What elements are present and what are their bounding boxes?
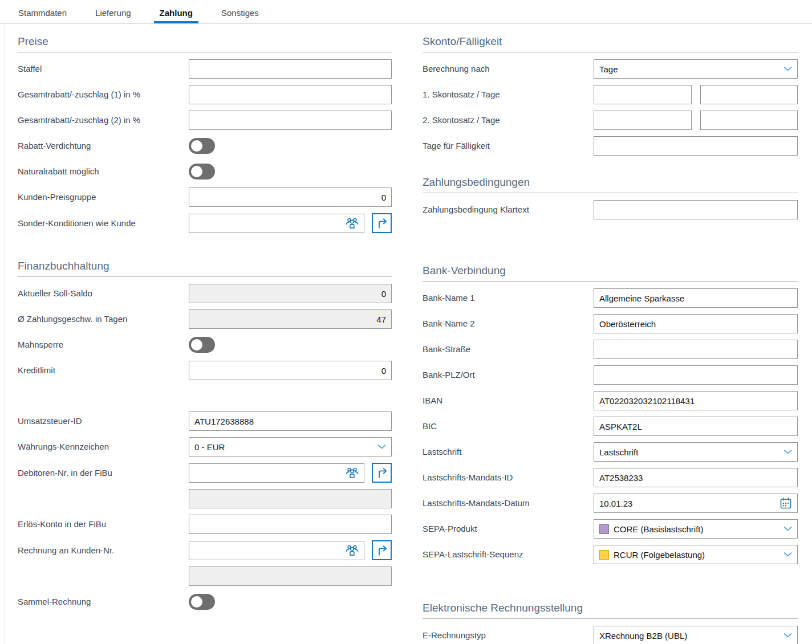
calendar-icon[interactable] xyxy=(779,496,793,510)
erechnungstyp-value: XRechnung B2B (UBL) xyxy=(599,631,687,641)
umsatzsteuer-id-input[interactable] xyxy=(189,411,392,431)
chevron-down-icon xyxy=(783,552,792,557)
row-gesamtrabatt-1: Gesamtrabatt/-zuschlag (1) in % xyxy=(18,85,392,104)
tab-sonstiges[interactable]: Sonstiges xyxy=(220,3,260,23)
mandats-datum-input[interactable] xyxy=(594,494,798,513)
sammel-rechnung-toggle[interactable] xyxy=(189,594,215,610)
erechnungstyp-label: E-Rechnungstyp xyxy=(423,630,594,641)
row-sepa-produkt: SEPA-Produkt CORE (Basislastschrift) xyxy=(423,519,798,539)
section-erechnung: Elektronische Rechnungsstellung xyxy=(423,602,798,619)
bank-name-2-input[interactable] xyxy=(594,314,798,333)
rabatt-verdichtung-toggle[interactable] xyxy=(189,138,215,154)
tage-faelligkeit-input[interactable] xyxy=(594,136,798,156)
gesamtrabatt-2-input[interactable] xyxy=(189,111,392,130)
chevron-down-icon xyxy=(783,633,792,638)
row-kreditlimit: Kreditlimit xyxy=(18,361,392,380)
sepa-sequenz-select[interactable]: RCUR (Folgebelastung) xyxy=(594,545,798,564)
row-mahnsperre: Mahnsperre xyxy=(18,335,392,354)
section-title-zahlungsbedingungen: Zahlungsbedingungen xyxy=(423,176,798,193)
row-erechnungstyp: E-Rechnungstyp XRechnung B2B (UBL) xyxy=(423,626,798,644)
row-skonto2: 2. Skontosatz / Tage xyxy=(423,111,798,130)
waehrung-select[interactable]: 0 - EUR xyxy=(189,437,392,456)
toggle-knob xyxy=(191,596,202,608)
tab-bar: Stammdaten Lieferung Zahlung Sonstiges xyxy=(0,0,812,23)
kunden-preisgruppe-input[interactable] xyxy=(189,188,392,207)
people-lookup-icon[interactable] xyxy=(345,466,359,479)
erechnungstyp-select[interactable]: XRechnung B2B (UBL) xyxy=(594,626,798,644)
bank-name-2-label: Bank-Name 2 xyxy=(423,319,594,329)
chevron-down-icon xyxy=(783,450,792,455)
section-bank-verbindung: Bank-Verbindung xyxy=(423,264,798,282)
zahlung-panel: Preise Staffel Gesamtrabatt/-zuschlag (1… xyxy=(5,24,812,644)
bic-input[interactable] xyxy=(594,417,798,436)
kunden-preisgruppe-label: Kunden-Preisgruppe xyxy=(18,192,189,202)
row-sammel-rechnung: Sammel-Rechnung xyxy=(18,592,392,612)
row-berechnung-nach: Berechnung nach Tage xyxy=(423,59,798,79)
sepa-produkt-value: CORE (Basislastschrift) xyxy=(614,524,704,534)
people-lookup-icon[interactable] xyxy=(345,544,359,557)
sonder-konditionen-input[interactable] xyxy=(189,214,364,233)
naturalrabatt-label: Naturalrabatt möglich xyxy=(18,166,189,177)
tab-content: Preise Staffel Gesamtrabatt/-zuschlag (1… xyxy=(0,23,812,644)
left-column: Preise Staffel Gesamtrabatt/-zuschlag (1… xyxy=(18,24,392,644)
sepa-sequenz-swatch xyxy=(599,550,609,560)
row-tage-faelligkeit: Tage für Fälligkeit xyxy=(423,136,798,156)
iban-input[interactable] xyxy=(594,391,798,410)
sepa-produkt-select[interactable]: CORE (Basislastschrift) xyxy=(594,519,798,539)
rechnung-an-input[interactable] xyxy=(189,541,364,560)
row-erloes-konto: Erlös-Konto in der FiBu xyxy=(18,515,392,534)
skonto1-label: 1. Skontosatz / Tage xyxy=(423,89,594,100)
row-zahlungsbedingung-klartext: Zahlungsbedingung Klartext xyxy=(423,200,798,219)
tab-zahlung[interactable]: Zahlung xyxy=(159,3,194,23)
row-soll-saldo: Aktueller Soll-Saldo xyxy=(18,284,392,303)
tab-stammdaten[interactable]: Stammdaten xyxy=(17,3,68,23)
bank-plz-ort-input[interactable] xyxy=(594,365,798,385)
debitoren-nr-goto-button[interactable] xyxy=(372,463,392,483)
toggle-knob xyxy=(191,339,202,350)
mandats-datum-field xyxy=(594,494,798,513)
row-debitoren-nr: Debitoren-Nr. in der FiBu xyxy=(18,463,392,483)
sepa-produkt-label: SEPA-Produkt xyxy=(423,524,594,534)
naturalrabatt-toggle[interactable] xyxy=(189,164,215,180)
row-rechnung-an-text xyxy=(18,566,392,586)
gesamtrabatt-2-label: Gesamtrabatt/-zuschlag (2) in % xyxy=(18,115,189,125)
section-preise: Preise xyxy=(18,35,392,52)
mahnsperre-toggle[interactable] xyxy=(189,337,215,353)
row-skonto1: 1. Skontosatz / Tage xyxy=(423,85,798,104)
bank-strasse-input[interactable] xyxy=(594,340,798,359)
bank-name-1-input[interactable] xyxy=(594,288,798,308)
tab-lieferung[interactable]: Lieferung xyxy=(94,3,132,23)
gesamtrabatt-1-input[interactable] xyxy=(189,85,392,104)
row-naturalrabatt: Naturalrabatt möglich xyxy=(18,162,392,181)
mandats-id-input[interactable] xyxy=(594,468,798,487)
row-umsatzsteuer-id: Umsatzsteuer-ID xyxy=(18,411,392,431)
sonder-konditionen-goto-button[interactable] xyxy=(372,213,392,233)
lastschrift-select[interactable]: Lastschrift xyxy=(594,442,798,462)
waehrung-value: 0 - EUR xyxy=(194,442,225,452)
mahnsperre-label: Mahnsperre xyxy=(18,340,189,350)
rechnung-an-goto-button[interactable] xyxy=(372,540,392,560)
skonto1-tage-input[interactable] xyxy=(700,85,798,104)
erloes-konto-input[interactable] xyxy=(189,515,392,534)
row-zahlungsgeschw: Ø Zahlungsgeschw. in Tagen xyxy=(18,309,392,329)
chevron-down-icon xyxy=(783,527,792,532)
skonto2-tage-input[interactable] xyxy=(700,111,798,130)
skonto1-satz-input[interactable] xyxy=(594,85,692,104)
debitoren-nr-input[interactable] xyxy=(189,463,364,483)
row-bank-strasse: Bank-Straße xyxy=(423,340,798,359)
umsatzsteuer-id-label: Umsatzsteuer-ID xyxy=(18,416,189,426)
soll-saldo-label: Aktueller Soll-Saldo xyxy=(18,288,189,299)
kreditlimit-label: Kreditlimit xyxy=(18,365,189,376)
rabatt-verdichtung-label: Rabatt-Verdichtung xyxy=(18,141,189,151)
staffel-input[interactable] xyxy=(189,59,392,79)
people-lookup-icon[interactable] xyxy=(345,217,359,230)
row-waehrung: Währungs-Kennzeichen 0 - EUR xyxy=(18,437,392,456)
berechnung-nach-select[interactable]: Tage xyxy=(594,59,798,79)
toggle-knob xyxy=(191,166,202,177)
skonto2-satz-input[interactable] xyxy=(594,111,692,130)
row-bank-name-2: Bank-Name 2 xyxy=(423,314,798,333)
section-zahlungsbedingungen: Zahlungsbedingungen xyxy=(423,176,798,193)
kreditlimit-input[interactable] xyxy=(189,361,392,380)
zahlungsbedingung-klartext-input[interactable] xyxy=(594,200,798,219)
bank-plz-ort-label: Bank-PLZ/Ort xyxy=(423,370,594,380)
